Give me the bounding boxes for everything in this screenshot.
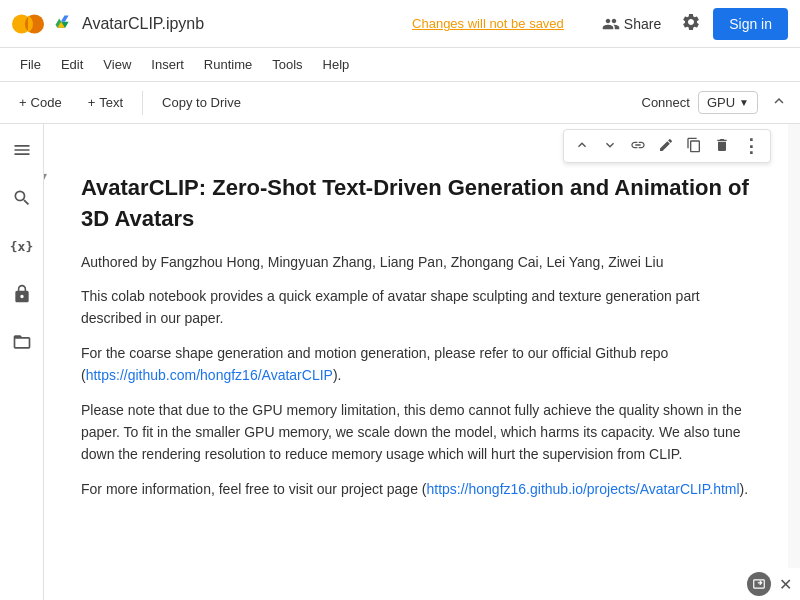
plus-text-icon: + <box>88 95 96 110</box>
plus-code-icon: + <box>19 95 27 110</box>
delete-button[interactable] <box>710 135 734 158</box>
menu-bar: File Edit View Insert Runtime Tools Help <box>0 48 800 82</box>
left-sidebar: {x} <box>0 124 44 600</box>
signin-button[interactable]: Sign in <box>713 8 788 40</box>
sidebar-menu-icon[interactable] <box>4 132 40 168</box>
colab-logo <box>12 10 44 38</box>
sidebar-search-icon[interactable] <box>4 180 40 216</box>
link-icon <box>630 137 646 153</box>
menu-edit[interactable]: Edit <box>53 53 91 76</box>
delete-icon <box>714 137 730 153</box>
toolbar: + Code + Text Copy to Drive Connect GPU … <box>0 82 800 124</box>
notebook-para-0: Authored by Fangzhou Hong, Mingyuan Zhan… <box>81 251 755 273</box>
content-area[interactable]: ⋮ ▾ AvatarCLIP: Zero-Shot Text-Driven Ge… <box>44 124 788 600</box>
menu-view[interactable]: View <box>95 53 139 76</box>
share-button[interactable]: Share <box>594 11 669 37</box>
cell-toolbar-float: ⋮ <box>563 129 771 163</box>
edit-icon <box>658 137 674 153</box>
copy-cell-button[interactable] <box>682 135 706 158</box>
chevron-up-icon <box>770 92 788 110</box>
collapse-toolbar-button[interactable] <box>766 88 792 118</box>
add-text-button[interactable]: + Text <box>77 90 134 115</box>
top-actions: Share Sign in <box>594 8 788 40</box>
notebook-cell-text: ⋮ ▾ AvatarCLIP: Zero-Shot Text-Driven Ge… <box>60 164 772 521</box>
notebook-para-1: This colab notebook provides a quick exa… <box>81 285 755 330</box>
bottom-bar: ✕ <box>739 568 800 600</box>
github-link[interactable]: https://github.com/hongfz16/AvatarCLIP <box>86 367 333 383</box>
link-button[interactable] <box>626 135 650 158</box>
arrow-down-icon <box>602 137 618 153</box>
connect-label: Connect <box>642 95 690 110</box>
file-title: AvatarCLIP.ipynb <box>82 15 204 33</box>
menu-help[interactable]: Help <box>315 53 358 76</box>
bottom-circle-icon[interactable] <box>747 572 771 596</box>
drive-icon <box>54 12 72 35</box>
settings-button[interactable] <box>677 8 705 39</box>
add-code-button[interactable]: + Code <box>8 90 73 115</box>
scrollbar-area[interactable] <box>788 124 800 600</box>
top-bar: AvatarCLIP.ipynb Changes will not be sav… <box>0 0 800 48</box>
menu-runtime[interactable]: Runtime <box>196 53 260 76</box>
notebook-title: AvatarCLIP: Zero-Shot Text-Driven Genera… <box>81 173 755 235</box>
move-down-button[interactable] <box>598 135 622 158</box>
menu-tools[interactable]: Tools <box>264 53 310 76</box>
main-layout: {x} <box>0 124 800 600</box>
terminal-icon <box>752 577 766 591</box>
notebook-para-4: For more information, feel free to visit… <box>81 478 755 500</box>
sidebar-secrets-icon[interactable] <box>4 276 40 312</box>
more-options-button[interactable]: ⋮ <box>738 133 764 159</box>
arrow-up-icon <box>574 137 590 153</box>
copy-icon <box>686 137 702 153</box>
svg-point-1 <box>25 14 44 33</box>
chevron-down-icon: ▼ <box>739 97 749 108</box>
copy-to-drive-button[interactable]: Copy to Drive <box>151 90 252 115</box>
project-page-link[interactable]: https://hongfz16.github.io/projects/Avat… <box>426 481 739 497</box>
notebook-para-3: Please note that due to the GPU memory l… <box>81 399 755 466</box>
menu-insert[interactable]: Insert <box>143 53 192 76</box>
cell-collapse-icon[interactable]: ▾ <box>44 169 47 183</box>
text-cell-content: AvatarCLIP: Zero-Shot Text-Driven Genera… <box>61 165 771 520</box>
sidebar-files-icon[interactable] <box>4 324 40 360</box>
connect-area: Connect GPU ▼ <box>642 88 793 118</box>
gpu-selector[interactable]: GPU ▼ <box>698 91 758 114</box>
share-label: Share <box>624 16 661 32</box>
move-up-button[interactable] <box>570 135 594 158</box>
close-bottom-button[interactable]: ✕ <box>779 575 792 594</box>
sidebar-variables-icon[interactable]: {x} <box>4 228 40 264</box>
notebook-para-2: For the coarse shape generation and moti… <box>81 342 755 387</box>
changes-warning[interactable]: Changes will not be saved <box>412 16 564 31</box>
toolbar-divider <box>142 91 143 115</box>
gpu-label: GPU <box>707 95 735 110</box>
menu-file[interactable]: File <box>12 53 49 76</box>
people-icon <box>602 15 620 33</box>
edit-button[interactable] <box>654 135 678 158</box>
gear-icon <box>681 12 701 32</box>
